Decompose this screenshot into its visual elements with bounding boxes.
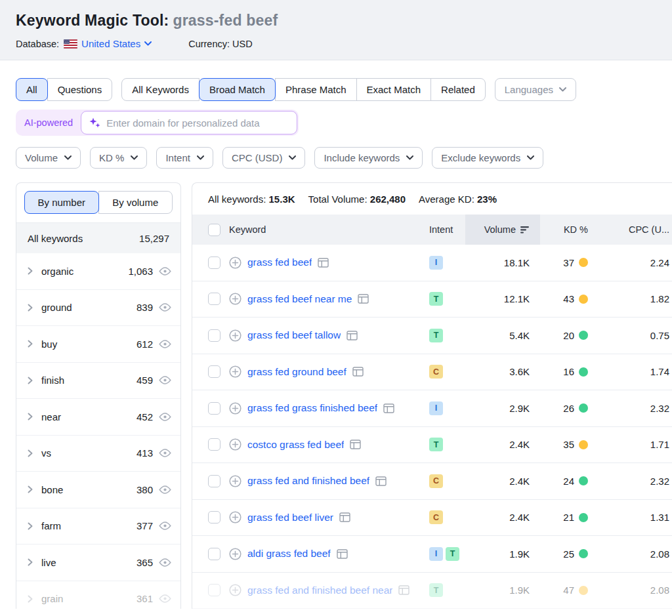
row-checkbox[interactable] — [208, 329, 220, 342]
serp-snapshot-icon[interactable] — [318, 258, 329, 268]
keyword-group-row[interactable]: finish459 — [16, 363, 180, 400]
tab-broad-match[interactable]: Broad Match — [199, 78, 276, 101]
column-header-volume[interactable]: Volume — [465, 215, 540, 245]
row-checkbox[interactable] — [208, 511, 220, 524]
kd-value: 37 — [563, 257, 574, 268]
keyword-link[interactable]: grass fed grass finished beef — [247, 402, 377, 414]
eye-icon[interactable] — [159, 594, 171, 603]
keyword-link[interactable]: costco grass fed beef — [247, 439, 344, 451]
keyword-group-row[interactable]: near452 — [16, 399, 180, 436]
column-header-keyword[interactable]: Keyword — [229, 224, 266, 235]
eye-icon[interactable] — [159, 558, 171, 567]
select-all-checkbox[interactable] — [208, 224, 220, 236]
chevron-right-icon — [28, 340, 33, 348]
serp-snapshot-icon[interactable] — [383, 403, 394, 413]
chevron-right-icon — [28, 413, 33, 421]
eye-icon[interactable] — [159, 267, 171, 276]
row-checkbox[interactable] — [208, 438, 220, 451]
row-checkbox[interactable] — [208, 293, 220, 305]
languages-dropdown[interactable]: Languages — [495, 78, 576, 101]
sidebar-toggle-by-number[interactable]: By number — [24, 191, 99, 214]
tab-all-keywords[interactable]: All Keywords — [121, 78, 200, 101]
filter-cpc-usd-[interactable]: CPC (USD) — [222, 147, 306, 169]
keyword-group-row[interactable]: organic1,063 — [16, 253, 180, 290]
serp-snapshot-icon[interactable] — [398, 585, 410, 595]
filter-intent[interactable]: Intent — [156, 147, 213, 169]
kd-value: 25 — [563, 548, 574, 560]
chevron-down-icon — [527, 155, 534, 160]
chevron-down-icon — [64, 155, 72, 160]
filter-kd-[interactable]: KD % — [90, 147, 147, 169]
eye-icon[interactable] — [159, 449, 171, 457]
serp-snapshot-icon[interactable] — [346, 331, 358, 340]
tab-questions[interactable]: Questions — [47, 78, 113, 101]
serp-snapshot-icon[interactable] — [350, 440, 361, 449]
tab-related[interactable]: Related — [430, 78, 486, 101]
row-checkbox[interactable] — [208, 257, 220, 269]
eye-icon[interactable] — [159, 522, 171, 530]
row-checkbox[interactable] — [208, 548, 220, 560]
eye-icon[interactable] — [159, 376, 171, 384]
eye-icon[interactable] — [159, 413, 171, 421]
add-to-list-icon[interactable] — [229, 584, 242, 596]
sidebar-toggle-by-volume[interactable]: By volume — [98, 191, 173, 214]
add-to-list-icon[interactable] — [229, 293, 242, 305]
keyword-group-row[interactable]: grain361 — [16, 581, 180, 609]
eye-icon[interactable] — [159, 340, 171, 348]
column-header-intent[interactable]: Intent — [429, 224, 453, 235]
languages-label: Languages — [505, 84, 553, 95]
add-to-list-icon[interactable] — [229, 402, 242, 415]
keyword-table-row: grass fed and finished beefC2.4K242.32 — [192, 463, 672, 500]
filter-exclude-keywords[interactable]: Exclude keywords — [432, 147, 543, 169]
keyword-link[interactable]: grass fed beef near me — [247, 293, 352, 305]
add-to-list-icon[interactable] — [229, 365, 242, 378]
add-to-list-icon[interactable] — [229, 475, 242, 487]
keyword-group-row[interactable]: ground839 — [16, 290, 180, 327]
add-to-list-icon[interactable] — [229, 438, 242, 451]
serp-snapshot-icon[interactable] — [337, 549, 348, 559]
table-summary-row: All keywords: 15.3KTotal Volume: 262,480… — [192, 183, 672, 215]
tab-all[interactable]: All — [16, 78, 48, 101]
row-checkbox[interactable] — [208, 402, 220, 415]
keyword-link[interactable]: grass fed and finished beef — [247, 475, 369, 487]
keyword-group-row[interactable]: farm377 — [16, 508, 180, 545]
keyword-group-row[interactable]: bone380 — [16, 472, 180, 508]
column-header-cpc[interactable]: CPC (U... — [629, 224, 669, 235]
add-to-list-icon[interactable] — [229, 257, 242, 269]
group-label: near — [41, 411, 136, 422]
keyword-link[interactable]: grass fed beef liver — [247, 512, 333, 524]
row-checkbox[interactable] — [208, 584, 220, 596]
keyword-link[interactable]: grass fed beef — [247, 257, 312, 268]
add-to-list-icon[interactable] — [229, 329, 242, 342]
keyword-link[interactable]: grass fed and finished beef near — [247, 585, 392, 596]
serp-snapshot-icon[interactable] — [352, 367, 364, 377]
serp-snapshot-icon[interactable] — [375, 476, 387, 486]
serp-snapshot-icon[interactable] — [339, 512, 350, 522]
add-to-list-icon[interactable] — [229, 548, 242, 560]
tab-phrase-match[interactable]: Phrase Match — [275, 78, 357, 101]
row-checkbox[interactable] — [208, 365, 220, 378]
row-checkbox[interactable] — [208, 475, 220, 487]
keyword-link[interactable]: grass fed beef tallow — [247, 329, 341, 341]
filter-volume[interactable]: Volume — [16, 147, 81, 169]
cpc-value: 0.75 — [650, 330, 669, 341]
intent-badge-t: T — [429, 329, 443, 342]
keyword-group-row[interactable]: live365 — [16, 544, 180, 581]
keyword-link[interactable]: grass fed ground beef — [247, 366, 346, 378]
tab-exact-match[interactable]: Exact Match — [356, 78, 432, 101]
database-selector[interactable]: United States — [81, 38, 152, 49]
add-to-list-icon[interactable] — [229, 511, 242, 524]
keyword-group-row[interactable]: vs413 — [16, 436, 180, 472]
domain-input[interactable] — [81, 111, 297, 134]
eye-icon[interactable] — [159, 303, 171, 312]
eye-icon[interactable] — [159, 485, 171, 494]
keyword-link[interactable]: aldi grass fed beef — [247, 548, 331, 560]
sidebar-all-keywords-label: All keywords — [28, 233, 83, 244]
keyword-table-row: grass fed and finished beef nearT1.9K472… — [192, 573, 672, 609]
keyword-group-row[interactable]: buy612 — [16, 326, 180, 363]
filter-include-keywords[interactable]: Include keywords — [314, 147, 423, 169]
column-header-kd[interactable]: KD % — [564, 224, 588, 235]
kd-difficulty-dot — [579, 295, 588, 304]
sidebar-all-keywords-row[interactable]: All keywords 15,297 — [16, 222, 180, 253]
serp-snapshot-icon[interactable] — [358, 294, 369, 304]
